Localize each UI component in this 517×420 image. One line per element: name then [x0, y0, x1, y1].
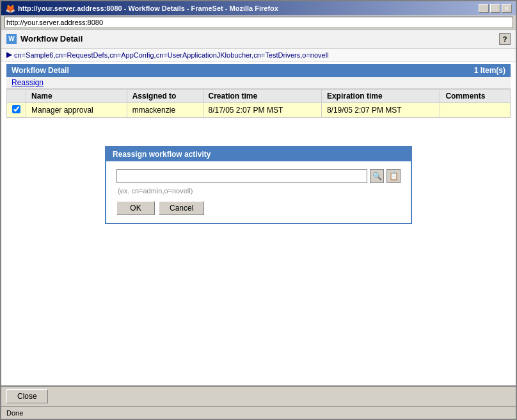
dialog-title: Reassign workflow activity: [106, 147, 411, 161]
dialog-buttons: OK Cancel: [116, 201, 401, 215]
panel-header: W Workflow Detail ?: [1, 29, 516, 49]
address-bar: [1, 15, 516, 29]
status-text: Done: [6, 409, 23, 417]
reassign-input[interactable]: [116, 169, 367, 183]
section-title: Workflow Detail: [12, 66, 69, 75]
search-icon-button[interactable]: 🔍: [370, 169, 384, 183]
breadcrumb-path: cn=Sample6,cn=RequestDefs,cn=AppConfig,c…: [14, 51, 329, 59]
bottom-bar: Close: [1, 385, 516, 406]
table-cell-creation-time: 8/17/05 2:07 PM MST: [203, 103, 321, 118]
table-cell-comments: [440, 103, 511, 118]
address-input[interactable]: [4, 17, 513, 28]
minimize-button[interactable]: _: [479, 4, 489, 13]
section-toolbar: Reassign: [6, 77, 511, 89]
search-icon: 🔍: [372, 172, 382, 181]
col-comments: Comments: [440, 90, 511, 103]
col-expiration-time: Expiration time: [321, 90, 440, 103]
table-cell-name: Manager approval: [26, 103, 127, 118]
status-bar: Done: [1, 406, 516, 419]
browse-icon: 📋: [389, 172, 399, 181]
browse-icon-button[interactable]: 📋: [386, 169, 401, 183]
row-checkbox[interactable]: [12, 105, 20, 113]
close-button[interactable]: Close: [6, 389, 48, 403]
table-cell-expiration-time: 8/19/05 2:07 PM MST: [321, 103, 440, 118]
dialog-body: 🔍 📋 (ex. cn=admin,o=novell) OK Cancel: [106, 161, 411, 223]
reassign-dialog: Reassign workflow activity 🔍 📋 (ex. cn=a…: [105, 146, 412, 224]
row-checkbox-cell[interactable]: [7, 103, 26, 118]
input-row: 🔍 📋: [116, 169, 401, 183]
browser-title: 🦊 http://your.server.address:8080 - Work…: [5, 4, 278, 13]
workflow-table: Name Assigned to Creation time Expiratio…: [6, 89, 511, 118]
breadcrumb-arrow: ▶: [6, 51, 12, 59]
section-header: Workflow Detail 1 Item(s): [6, 64, 511, 77]
item-count: 1 Item(s): [474, 66, 505, 75]
content-area: W Workflow Detail ? ▶ cn=Sample6,cn=Requ…: [1, 29, 516, 385]
hint-text: (ex. cn=admin,o=novell): [116, 187, 401, 195]
col-name: Name: [26, 90, 127, 103]
close-button[interactable]: ✕: [502, 4, 512, 13]
workflow-section: Workflow Detail 1 Item(s) Reassign Name …: [1, 61, 516, 120]
cancel-button[interactable]: Cancel: [159, 201, 204, 215]
dialog-container: Reassign workflow activity 🔍 📋 (ex. cn=a…: [1, 120, 516, 250]
title-bar: 🦊 http://your.server.address:8080 - Work…: [1, 1, 516, 15]
table-row: Manager approvalmmackenzie8/17/05 2:07 P…: [7, 103, 511, 118]
reassign-link[interactable]: Reassign: [12, 78, 44, 87]
workflow-icon: W: [6, 34, 17, 44]
table-cell-assigned-to: mmackenzie: [127, 103, 203, 118]
maximize-button[interactable]: □: [490, 4, 500, 13]
breadcrumb: ▶ cn=Sample6,cn=RequestDefs,cn=AppConfig…: [1, 49, 516, 61]
table-header-row: Name Assigned to Creation time Expiratio…: [7, 90, 511, 103]
col-checkbox: [7, 90, 26, 103]
col-creation-time: Creation time: [203, 90, 321, 103]
window-controls[interactable]: _ □ ✕: [479, 4, 512, 13]
ok-button[interactable]: OK: [116, 201, 155, 215]
panel-title: Workflow Detail: [20, 34, 83, 44]
help-button[interactable]: ?: [499, 33, 511, 45]
col-assigned-to: Assigned to: [127, 90, 203, 103]
